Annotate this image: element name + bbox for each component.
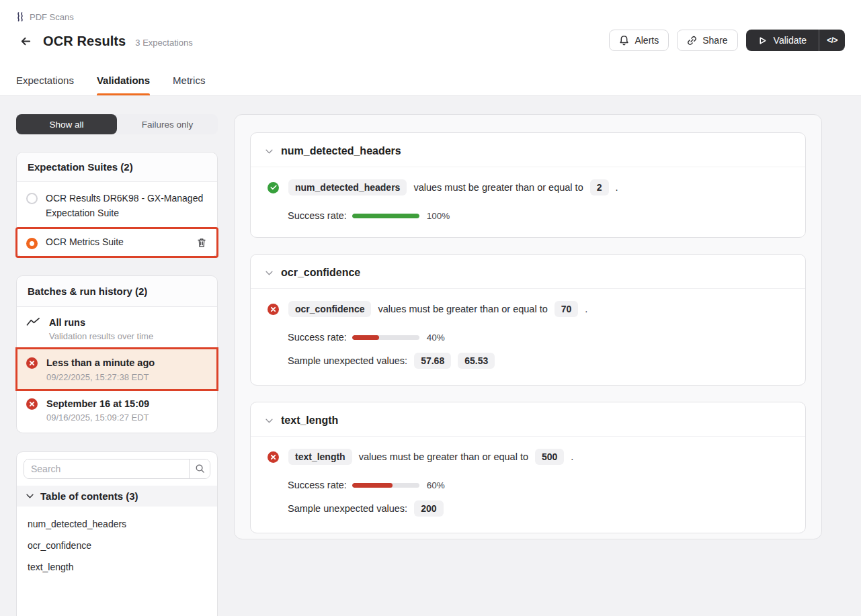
- alerts-button[interactable]: Alerts: [609, 30, 669, 51]
- tab-expectations[interactable]: Expectations: [16, 75, 74, 95]
- samples-label: Sample unexpected values:: [288, 355, 407, 366]
- delete-suite-button[interactable]: [196, 236, 208, 249]
- column-chip: num_detected_headers: [288, 179, 407, 195]
- suite-item-gx-managed[interactable]: OCR Results DR6K98 - GX-Managed Expectat…: [17, 182, 217, 228]
- page-header: PDF Scans OCR Results 3 Expectations Ale…: [0, 0, 861, 96]
- sample-value-chip: 57.68: [414, 353, 451, 369]
- breadcrumb[interactable]: PDF Scans: [16, 11, 845, 23]
- all-runs-item[interactable]: All runs Validation results over time: [17, 307, 217, 349]
- sidebar: Show all Failures only Expectation Suite…: [16, 114, 218, 616]
- tab-bar: Expectations Validations Metrics: [16, 75, 205, 95]
- card-title: text_length: [281, 414, 338, 427]
- page-title: OCR Results: [43, 34, 126, 49]
- results-filter-toggle: Show all Failures only: [16, 114, 218, 134]
- threshold-chip: 70: [555, 301, 579, 317]
- toc-item-ocr-confidence[interactable]: ocr_confidence: [28, 535, 206, 556]
- sample-value-chip: 65.53: [458, 353, 495, 369]
- success-rate-value: 60%: [427, 480, 445, 490]
- toc-header-label: Table of contents (3): [40, 490, 138, 502]
- bell-icon: [619, 35, 629, 46]
- share-label: Share: [702, 35, 727, 46]
- column-chip: text_length: [288, 449, 352, 465]
- chevron-down-icon: [265, 149, 273, 154]
- toc-item-text-length[interactable]: text_length: [28, 556, 206, 578]
- play-icon: [758, 36, 767, 45]
- trend-line-icon: [26, 317, 40, 327]
- success-rate-label: Success rate:: [288, 332, 347, 343]
- tab-validations[interactable]: Validations: [97, 75, 150, 95]
- failed-status-icon: [268, 451, 279, 463]
- failed-status-icon: [26, 357, 38, 369]
- success-rate-bar: [352, 483, 419, 488]
- run-timestamp: 09/22/2025, 15:27:38 EDT: [46, 372, 155, 382]
- breadcrumb-label: PDF Scans: [30, 12, 74, 22]
- failures-only-toggle[interactable]: Failures only: [117, 114, 218, 134]
- success-rate-value: 40%: [427, 333, 445, 343]
- samples-label: Sample unexpected values:: [288, 503, 407, 514]
- card-title: num_detected_headers: [281, 145, 401, 157]
- result-card-ocr-confidence: ocr_confidence ocr_confidence values mus…: [250, 254, 806, 386]
- chevron-down-icon: [265, 271, 273, 275]
- chevron-down-icon: [265, 419, 273, 423]
- rule-text: values must be greater than or equal to: [413, 182, 583, 193]
- toc-item-num-detected-headers[interactable]: num_detected_headers: [28, 513, 206, 535]
- success-rate-bar: [352, 335, 419, 340]
- show-all-toggle[interactable]: Show all: [16, 114, 117, 134]
- validation-results-container: num_detected_headers num_detected_header…: [234, 114, 822, 539]
- arrow-left-icon: [19, 35, 32, 48]
- run-item-latest[interactable]: Less than a minute ago 09/22/2025, 15:27…: [17, 349, 217, 389]
- card-header[interactable]: ocr_confidence: [251, 255, 805, 289]
- success-rate-value: 100%: [427, 211, 450, 221]
- page-subtitle: 3 Expectations: [135, 35, 192, 48]
- failed-status-icon: [268, 304, 279, 315]
- all-runs-title: All runs: [49, 316, 153, 329]
- result-card-text-length: text_length text_length values must be g…: [250, 402, 806, 533]
- back-button[interactable]: [16, 32, 35, 50]
- suite-item-ocr-metrics[interactable]: OCR Metrics Suite: [17, 228, 217, 257]
- threshold-chip: 2: [590, 179, 609, 195]
- validate-button[interactable]: Validate: [746, 30, 819, 51]
- radio-selected-icon[interactable]: [26, 238, 38, 249]
- code-snippet-button[interactable]: </>: [819, 30, 845, 51]
- code-icon: </>: [827, 36, 837, 45]
- toc-header[interactable]: Table of contents (3): [17, 486, 217, 507]
- rule-text: values must be greater than or equal to: [378, 304, 547, 314]
- passed-status-icon: [268, 182, 279, 193]
- suite-label: OCR Results DR6K98 - GX-Managed Expectat…: [46, 191, 208, 220]
- link-icon: [687, 36, 697, 46]
- failed-status-icon: [26, 398, 38, 410]
- batches-panel: Batches & run history (2) All runs Valid…: [16, 275, 218, 433]
- success-rate-label: Success rate:: [288, 480, 347, 490]
- card-title: ocr_confidence: [281, 267, 360, 279]
- rule-text: values must be greater than or equal to: [359, 451, 528, 462]
- suite-label: OCR Metrics Suite: [46, 235, 188, 250]
- card-header[interactable]: text_length: [251, 402, 805, 437]
- table-of-contents-panel: Table of contents (3) num_detected_heade…: [16, 451, 218, 616]
- threshold-chip: 500: [535, 449, 564, 465]
- run-item-previous[interactable]: September 16 at 15:09 09/16/2025, 15:09:…: [17, 390, 217, 433]
- rule-terminator: .: [571, 451, 573, 462]
- run-title: Less than a minute ago: [46, 356, 155, 369]
- card-header[interactable]: num_detected_headers: [251, 133, 805, 167]
- run-title: September 16 at 15:09: [46, 397, 149, 410]
- validate-button-group: Validate </>: [746, 30, 845, 51]
- chevron-down-icon: [26, 494, 34, 498]
- success-rate-bar: [352, 214, 419, 218]
- trash-icon: [197, 238, 206, 248]
- result-card-num-detected-headers: num_detected_headers num_detected_header…: [250, 132, 806, 238]
- expectation-suites-panel: Expectation Suites (2) OCR Results DR6K9…: [16, 152, 218, 257]
- search-button[interactable]: [189, 459, 210, 478]
- expectation-suites-header: Expectation Suites (2): [17, 152, 217, 182]
- radio-unselected-icon[interactable]: [26, 193, 38, 204]
- all-runs-subtitle: Validation results over time: [49, 331, 153, 341]
- alerts-label: Alerts: [634, 35, 659, 46]
- data-asset-icon: [16, 12, 24, 21]
- sample-value-chip: 200: [414, 500, 443, 517]
- search-input[interactable]: [24, 459, 189, 478]
- rule-terminator: .: [585, 304, 587, 314]
- tab-metrics[interactable]: Metrics: [173, 75, 205, 95]
- validate-label: Validate: [774, 35, 807, 46]
- share-button[interactable]: Share: [677, 30, 737, 51]
- success-rate-label: Success rate:: [288, 210, 347, 221]
- batches-header: Batches & run history (2): [17, 276, 217, 307]
